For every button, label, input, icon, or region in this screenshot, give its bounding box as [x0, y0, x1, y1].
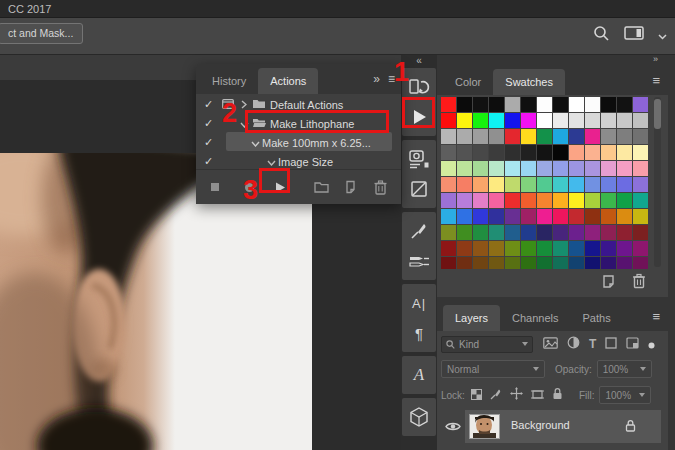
swatch[interactable]	[569, 129, 584, 144]
lock-position-icon[interactable]	[510, 386, 523, 404]
swatch[interactable]	[537, 193, 552, 208]
layer-filter-toggle[interactable]	[648, 335, 655, 353]
swatch[interactable]	[489, 161, 504, 176]
styles-panel-icon[interactable]	[402, 174, 436, 204]
play-button[interactable]	[274, 181, 286, 194]
swatch[interactable]	[473, 129, 488, 144]
swatch[interactable]	[505, 177, 520, 192]
swatch[interactable]	[473, 177, 488, 192]
swatch[interactable]	[489, 177, 504, 192]
swatch[interactable]	[489, 193, 504, 208]
swatch[interactable]	[489, 225, 504, 240]
swatch[interactable]	[457, 129, 472, 144]
swatch[interactable]	[569, 225, 584, 240]
swatch[interactable]	[521, 129, 536, 144]
swatch[interactable]	[473, 225, 488, 240]
actions-menu-icon[interactable]: ≡	[388, 72, 395, 86]
glyphs-panel-icon[interactable]: A	[402, 360, 436, 390]
swatch[interactable]	[473, 161, 488, 176]
swatch[interactable]	[537, 113, 552, 128]
swatch[interactable]	[553, 225, 568, 240]
swatch[interactable]	[633, 225, 648, 240]
swatch[interactable]	[505, 193, 520, 208]
toggle-item-check[interactable]: ✓	[204, 117, 216, 130]
layer-visibility-eye-icon[interactable]	[445, 418, 461, 436]
swatch[interactable]	[569, 145, 584, 160]
swatch[interactable]	[601, 193, 616, 208]
stop-button[interactable]	[210, 182, 220, 192]
filter-type-layers-icon[interactable]: T	[589, 337, 596, 351]
swatch[interactable]	[617, 113, 632, 128]
swatch[interactable]	[457, 257, 472, 269]
layer-thumbnail[interactable]	[469, 414, 500, 439]
delete-action-button[interactable]	[374, 180, 387, 195]
swatch[interactable]	[633, 145, 648, 160]
swatch[interactable]	[457, 193, 472, 208]
swatch[interactable]	[441, 97, 456, 112]
history-panel-icon[interactable]	[402, 72, 436, 102]
actions-panel-icon[interactable]	[402, 102, 436, 132]
swatches-scrollbar-thumb[interactable]	[654, 99, 661, 129]
swatch[interactable]	[457, 177, 472, 192]
paragraph-panel-icon[interactable]: ¶	[402, 318, 436, 348]
swatch[interactable]	[617, 225, 632, 240]
brush-settings-panel-icon[interactable]	[402, 246, 436, 276]
swatch[interactable]	[617, 209, 632, 224]
swatch[interactable]	[521, 161, 536, 176]
brush-presets-panel-icon[interactable]	[402, 216, 436, 246]
swatch[interactable]	[537, 225, 552, 240]
tab-paths[interactable]: Paths	[571, 305, 623, 331]
swatch[interactable]	[553, 113, 568, 128]
clone-source-panel-icon[interactable]	[402, 144, 436, 174]
chevron-down-icon[interactable]	[658, 26, 667, 44]
swatch[interactable]	[553, 97, 568, 112]
swatch[interactable]	[521, 209, 536, 224]
swatch[interactable]	[601, 225, 616, 240]
swatch[interactable]	[585, 193, 600, 208]
swatch[interactable]	[633, 113, 648, 128]
swatch[interactable]	[473, 97, 488, 112]
fill-select[interactable]: 100%	[599, 386, 651, 404]
swatch[interactable]	[617, 177, 632, 192]
swatch[interactable]	[601, 129, 616, 144]
swatch[interactable]	[505, 225, 520, 240]
swatch[interactable]	[457, 161, 472, 176]
swatch[interactable]	[505, 129, 520, 144]
swatch[interactable]	[569, 161, 584, 176]
swatch[interactable]	[457, 97, 472, 112]
new-action-button[interactable]	[345, 180, 358, 194]
swatch[interactable]	[617, 241, 632, 256]
swatch[interactable]	[553, 241, 568, 256]
swatch[interactable]	[633, 129, 648, 144]
swatches-scrollbar[interactable]	[654, 97, 661, 267]
collapse-dock-icon[interactable]: «	[401, 55, 437, 68]
swatch[interactable]	[537, 97, 552, 112]
swatch[interactable]	[441, 225, 456, 240]
filter-pixel-layers-icon[interactable]	[543, 335, 558, 353]
expand-dock-icon[interactable]: »	[437, 55, 668, 65]
swatch[interactable]	[633, 241, 648, 256]
swatch[interactable]	[633, 257, 648, 269]
dialog-toggle-icon[interactable]	[222, 99, 236, 111]
filter-adjustment-layers-icon[interactable]	[567, 335, 580, 353]
swatch[interactable]	[505, 161, 520, 176]
filter-shape-layers-icon[interactable]	[605, 335, 617, 353]
search-icon[interactable]	[593, 25, 610, 46]
select-and-mask-button[interactable]: ct and Mask...	[0, 23, 83, 44]
swatch[interactable]	[441, 145, 456, 160]
panel-expand-icon[interactable]: »	[373, 72, 380, 86]
swatch[interactable]	[569, 97, 584, 112]
swatch[interactable]	[457, 145, 472, 160]
tab-color[interactable]: Color	[443, 69, 493, 95]
toggle-item-check[interactable]: ✓	[204, 155, 216, 168]
swatch[interactable]	[633, 193, 648, 208]
swatch[interactable]	[521, 193, 536, 208]
disclosure-expanded-icon[interactable]	[264, 156, 278, 168]
swatch[interactable]	[537, 161, 552, 176]
layer-filter-kind-select[interactable]: Kind	[441, 336, 533, 353]
swatch[interactable]	[457, 225, 472, 240]
swatch[interactable]	[585, 97, 600, 112]
swatch[interactable]	[505, 257, 520, 269]
tab-history[interactable]: History	[200, 68, 258, 94]
swatch[interactable]	[521, 225, 536, 240]
